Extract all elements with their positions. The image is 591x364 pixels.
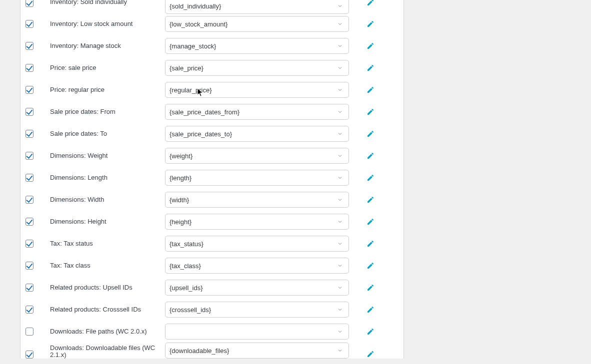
row-value-text: {tax_status} [170,240,204,248]
row-label: Tax: Tax class [50,262,165,270]
row-value-select[interactable]: {sale_price} [165,60,349,76]
row-checkbox[interactable] [26,174,34,182]
chevron-down-icon [336,261,344,270]
row-value-select[interactable] [165,324,349,340]
row-value-select[interactable]: {downloadable_files} [165,343,349,359]
row-label: Related products: Crosssell IDs [50,306,165,314]
edit-icon[interactable] [366,261,375,270]
row-checkbox[interactable] [26,86,34,94]
edit-icon[interactable] [366,19,375,28]
field-row-regular-price: Price: regular price{regular_price} [20,79,404,101]
row-value-select[interactable]: {upsell_ids} [165,280,349,296]
field-row-sale-price: Price: sale price{sale_price} [20,57,404,79]
row-checkbox[interactable] [26,196,34,204]
row-value-select[interactable]: {height} [165,214,349,230]
row-value-text: {manage_stock} [170,42,216,50]
edit-icon[interactable] [366,283,375,292]
field-row-downloadable-files: Downloads: Downloadable files (WC 2.1.x)… [20,343,404,359]
row-label: Downloads: File paths (WC 2.0.x) [50,328,165,336]
field-row-length: Dimensions: Length{length} [20,167,404,189]
row-value-select[interactable]: {length} [165,170,349,186]
edit-icon[interactable] [366,173,375,182]
row-value-select[interactable]: {regular_price} [165,82,349,98]
row-checkbox[interactable] [26,20,34,28]
edit-icon[interactable] [366,327,375,336]
row-label: Price: sale price [50,64,165,72]
row-value-select[interactable]: {low_stock_amount} [165,16,349,32]
row-value-text: {tax_class} [170,262,201,270]
chevron-down-icon [336,217,344,226]
edit-icon[interactable] [366,195,375,204]
row-checkbox[interactable] [26,284,34,292]
row-label: Dimensions: Height [50,218,165,226]
chevron-down-icon [336,63,344,72]
row-label: Sale price dates: To [50,130,165,138]
row-checkbox[interactable] [26,328,34,336]
row-value-select[interactable]: {weight} [165,148,349,164]
row-checkbox[interactable] [26,218,34,226]
edit-icon[interactable] [366,85,375,94]
row-value-select[interactable]: {tax_status} [165,236,349,252]
row-checkbox[interactable] [26,152,34,160]
chevron-down-icon [336,151,344,160]
field-row-crosssell-ids: Related products: Crosssell IDs{crosssel… [20,299,404,321]
chevron-down-icon [336,41,344,50]
row-value-select[interactable]: {crosssell_ids} [165,302,349,318]
chevron-down-icon [336,327,344,336]
edit-icon[interactable] [366,0,375,7]
edit-icon[interactable] [366,151,375,160]
row-value-text: {upsell_ids} [170,284,203,292]
edit-icon[interactable] [366,217,375,226]
chevron-down-icon [336,239,344,248]
chevron-down-icon [336,1,344,10]
field-row-tax-class: Tax: Tax class{tax_class} [20,255,404,277]
field-row-file-paths: Downloads: File paths (WC 2.0.x) [20,321,404,343]
edit-icon[interactable] [366,63,375,72]
row-label: Sale price dates: From [50,108,165,116]
row-label: Dimensions: Width [50,196,165,204]
field-mapping-panel: Inventory: Sold individually{sold_indivi… [20,0,404,359]
field-row-width: Dimensions: Width{width} [20,189,404,211]
row-value-select[interactable]: {tax_class} [165,258,349,274]
row-value-select[interactable]: {sale_price_dates_to} [165,126,349,142]
row-label: Related products: Upsell IDs [50,284,165,292]
row-checkbox[interactable] [26,306,34,314]
row-value-text: {width} [170,196,189,204]
row-checkbox[interactable] [26,0,34,7]
row-value-select[interactable]: {sale_price_dates_from} [165,104,349,120]
chevron-down-icon [336,305,344,314]
edit-icon[interactable] [366,41,375,50]
chevron-down-icon [336,19,344,28]
row-value-select[interactable]: {width} [165,192,349,208]
row-checkbox[interactable] [26,262,34,270]
field-row-weight: Dimensions: Weight{weight} [20,145,404,167]
row-value-text: {height} [170,218,192,226]
chevron-down-icon [336,107,344,116]
chevron-down-icon [336,85,344,94]
field-row-tax-status: Tax: Tax status{tax_status} [20,233,404,255]
row-label: Dimensions: Weight [50,152,165,160]
chevron-down-icon [336,129,344,138]
row-checkbox[interactable] [26,240,34,248]
row-value-text: {crosssell_ids} [170,306,211,314]
row-checkbox[interactable] [26,108,34,116]
row-checkbox[interactable] [26,42,34,50]
row-value-text: {low_stock_amount} [170,20,228,28]
row-label: Inventory: Low stock amount [50,20,165,28]
row-value-select[interactable]: {manage_stock} [165,38,349,54]
edit-icon[interactable] [366,239,375,248]
row-checkbox[interactable] [26,130,34,138]
row-checkbox[interactable] [26,64,34,72]
edit-icon[interactable] [366,129,375,138]
row-label: Inventory: Sold individually [50,0,165,6]
field-row-manage-stock: Inventory: Manage stock{manage_stock} [20,35,404,57]
row-value-text: {sale_price} [170,64,204,72]
edit-icon[interactable] [366,350,375,359]
edit-icon[interactable] [366,305,375,314]
field-row-sale-price-dates-from: Sale price dates: From{sale_price_dates_… [20,101,404,123]
row-checkbox[interactable] [26,351,34,359]
field-row-upsell-ids: Related products: Upsell IDs{upsell_ids} [20,277,404,299]
row-value-select[interactable]: {sold_individually} [165,0,349,14]
row-value-text: {weight} [170,152,192,160]
edit-icon[interactable] [366,107,375,116]
